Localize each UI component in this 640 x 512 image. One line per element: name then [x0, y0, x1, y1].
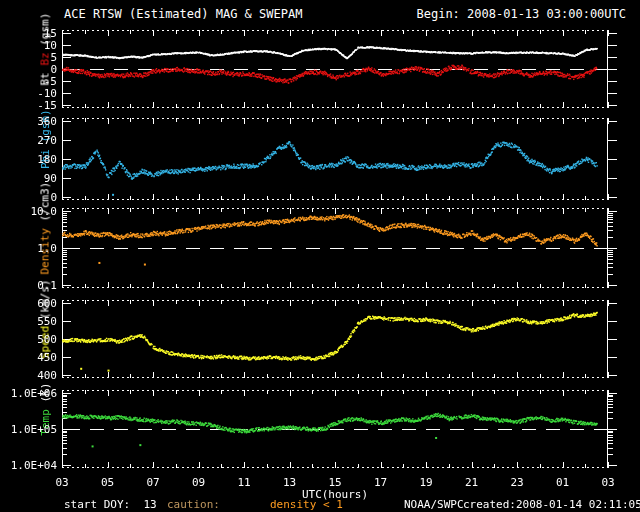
mag-ytick-label: -10	[0, 88, 57, 99]
mag-ytick-label: -15	[0, 100, 57, 111]
temp-plot-canvas	[62, 390, 620, 468]
temp-ytick-label: 1.0E+04	[0, 460, 57, 471]
mag-plot-canvas	[62, 30, 620, 108]
speed-ytick-label: 550	[0, 316, 57, 327]
x-tick-label: 15	[328, 477, 341, 488]
plot-title: ACE RTSW (Estimated) MAG & SWEPAM	[64, 8, 302, 20]
x-tick-label: 19	[419, 477, 432, 488]
temp-ytick-label: 1.0E+05	[0, 424, 57, 435]
density-ytick-label: 0.1	[0, 280, 57, 291]
x-tick-label: 03	[55, 477, 68, 488]
ace-rtsw-plot: ACE RTSW (Estimated) MAG & SWEPAM Begin:…	[0, 0, 640, 512]
x-tick-label: 23	[510, 477, 523, 488]
x-tick-label: 13	[283, 477, 296, 488]
x-tick-label: 21	[465, 477, 478, 488]
mag-ytick-label: 10	[0, 40, 57, 51]
density-ytick-label: 1.0	[0, 243, 57, 254]
footer-caution-value: density < 1	[270, 499, 343, 511]
speed-plot-canvas	[62, 300, 620, 378]
footer-agency: NOAA/SWPC	[404, 499, 464, 511]
footer-start-doy: start DOY: 13	[64, 499, 157, 511]
phi-ytick-label: 0	[0, 192, 57, 203]
begin-timestamp: Begin: 2008-01-13 03:00:00UTC	[416, 8, 626, 20]
x-tick-label: 07	[146, 477, 159, 488]
speed-ytick-label: 450	[0, 352, 57, 363]
x-tick-label: 05	[101, 477, 114, 488]
phi-ytick-label: 180	[0, 154, 57, 165]
mag-ytick-label: 15	[0, 28, 57, 39]
mag-ytick-label: 5	[0, 52, 57, 63]
mag-ytick-label: 0	[0, 64, 57, 75]
footer-caution-label: caution:	[167, 499, 220, 511]
footer-created: created:2008-01-14 02:11:05UTC	[463, 499, 640, 511]
x-tick-label: 01	[556, 477, 569, 488]
mag-ytick-label: -5	[0, 76, 57, 87]
density-plot-canvas	[62, 208, 620, 288]
x-tick-label: 09	[192, 477, 205, 488]
speed-ytick-label: 400	[0, 370, 57, 381]
phi-ytick-label: 270	[0, 135, 57, 146]
speed-ytick-label: 600	[0, 298, 57, 309]
x-tick-label: 03	[601, 477, 614, 488]
x-tick-label: 11	[237, 477, 250, 488]
temp-ytick-label: 1.0E+06	[0, 388, 57, 399]
density-ytick-label: 10.0	[0, 206, 57, 217]
x-tick-label: 17	[374, 477, 387, 488]
speed-ytick-label: 500	[0, 334, 57, 345]
phi-ytick-label: 90	[0, 173, 57, 184]
phi-plot-canvas	[62, 118, 620, 200]
phi-ytick-label: 360	[0, 116, 57, 127]
